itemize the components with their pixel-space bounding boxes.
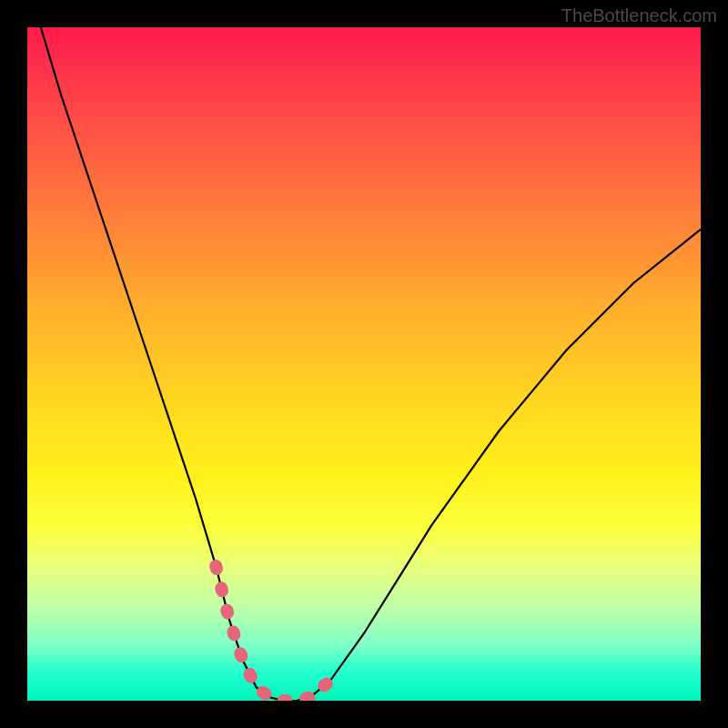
chart-overlay	[27, 27, 701, 701]
watermark-text: TheBottleneck.com	[561, 5, 717, 26]
bottleneck-valley-marker	[216, 566, 330, 701]
bottleneck-curve-line	[41, 27, 701, 701]
